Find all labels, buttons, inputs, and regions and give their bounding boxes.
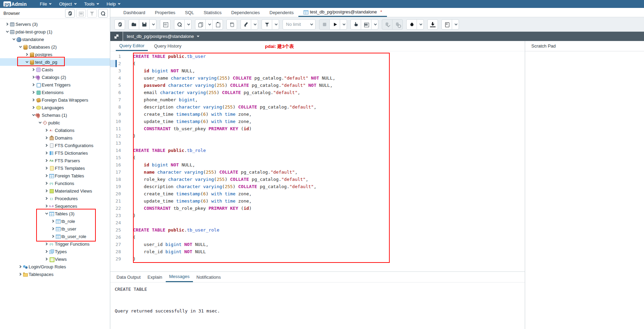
tree-item-tables-3[interactable]: Tables (3) — [0, 210, 110, 217]
tab-data-output[interactable]: Data Output — [113, 272, 144, 282]
tree-item-public[interactable]: public — [0, 119, 110, 126]
tree-item-trigger-functions[interactable]: (≡)Trigger Functions — [0, 240, 110, 248]
tree-item-collations[interactable]: A↓Collations — [0, 126, 110, 134]
menu-help[interactable]: Help — [102, 0, 124, 8]
edit-button[interactable] — [241, 19, 251, 30]
copy-button[interactable] — [195, 19, 206, 30]
expander-icon[interactable] — [30, 105, 36, 110]
tree-item-servers-3[interactable]: Servers (3) — [0, 20, 110, 28]
tree-item-views[interactable]: Views — [0, 255, 110, 263]
tree-item-catalogs-2[interactable]: Catalogs (2) — [0, 73, 110, 81]
delete-button[interactable] — [226, 19, 237, 30]
connection-selector[interactable]: test_db_pg/postgres@standalone — [123, 34, 198, 39]
tab-explain[interactable]: Explain — [144, 272, 166, 282]
tree-item-materialized-views[interactable]: Materialized Views — [0, 187, 110, 195]
tab-notifications[interactable]: Notifications — [193, 272, 224, 282]
expander-icon[interactable] — [50, 226, 55, 232]
fetch-grid-button[interactable] — [361, 19, 371, 30]
tree-item-tb-user[interactable]: tb_user — [0, 225, 110, 233]
paste-button[interactable] — [212, 19, 223, 30]
filter-button[interactable] — [262, 19, 272, 30]
tree-item-casts[interactable]: Casts — [0, 66, 110, 73]
expander-icon[interactable] — [43, 211, 49, 216]
expander-icon[interactable] — [30, 112, 36, 118]
expander-icon[interactable] — [30, 90, 36, 95]
expander-icon[interactable] — [43, 158, 49, 163]
caret-down-button[interactable] — [251, 19, 258, 30]
expander-icon[interactable] — [43, 241, 49, 247]
tree-item-sequences[interactable]: 1..3Sequences — [0, 202, 110, 210]
tree-item-procedures[interactable]: ( )Procedures — [0, 195, 110, 202]
fetch-hand-button[interactable] — [350, 19, 361, 30]
tree-item-event-triggers[interactable]: Event Triggers — [0, 81, 110, 89]
tree-item-tablespaces[interactable]: Tablespaces — [0, 270, 110, 278]
tree-item-test-db-pg[interactable]: test_db_pg — [0, 58, 110, 66]
expander-icon[interactable] — [43, 188, 49, 194]
save-button[interactable] — [139, 19, 150, 30]
tree-item-domains[interactable]: Domains — [0, 134, 110, 142]
tab-properties[interactable]: Properties — [150, 8, 180, 17]
caret-down-button[interactable] — [184, 19, 192, 30]
row-limit-select[interactable]: No limit — [283, 19, 316, 30]
expander-icon[interactable] — [43, 127, 49, 133]
caret-down-button[interactable] — [272, 19, 279, 30]
tree-item-login-group-roles[interactable]: Login/Group Roles — [0, 263, 110, 270]
download-button[interactable] — [427, 19, 438, 30]
expander-icon[interactable] — [43, 165, 49, 171]
expander-icon[interactable] — [50, 218, 55, 224]
tab-query-tool-test-db-pg-postgres-standalone[interactable]: test_db_pg/postgres@standalone* — [298, 8, 387, 17]
execute-button[interactable] — [329, 19, 340, 30]
expander-icon[interactable] — [50, 234, 55, 239]
folder-open-button[interactable] — [129, 19, 139, 30]
dependencies-grid-button[interactable] — [76, 9, 86, 18]
tab-dependencies[interactable]: Dependencies — [226, 8, 265, 17]
macros-button[interactable] — [441, 19, 452, 30]
expander-icon[interactable] — [43, 143, 49, 148]
expander-icon[interactable] — [30, 67, 36, 72]
query-tool-button[interactable] — [114, 19, 125, 30]
tree-item-postgres[interactable]: postgres — [0, 51, 110, 58]
tree-item-pdai-test-group-1[interactable]: pdai-test-group (1) — [0, 28, 110, 35]
search-objects-button[interactable] — [98, 9, 108, 18]
expander-icon[interactable] — [43, 173, 49, 178]
tree-item-types[interactable]: Types — [0, 248, 110, 255]
menu-object[interactable]: Object — [55, 0, 80, 8]
expander-icon[interactable] — [30, 74, 36, 80]
caret-down-button[interactable] — [452, 19, 459, 30]
sql-editor[interactable]: 1234567891011121314151617181920212223242… — [110, 51, 525, 271]
expander-icon[interactable] — [30, 82, 36, 88]
expander-icon[interactable] — [43, 256, 49, 262]
tab-statistics[interactable]: Statistics — [199, 8, 226, 17]
filter-grid-button[interactable] — [87, 9, 97, 18]
tree-item-databases-2[interactable]: Databases (2) — [0, 43, 110, 51]
tree-item-schemas-1[interactable]: Schemas (1) — [0, 111, 110, 119]
expander-icon[interactable] — [24, 59, 29, 65]
caret-down-button[interactable] — [149, 19, 156, 30]
tree-item-fts-configurations[interactable]: FTS Configurations — [0, 142, 110, 149]
expander-icon[interactable] — [30, 97, 36, 103]
tree-item-functions[interactable]: (≡)Functions — [0, 179, 110, 187]
tree-item-languages[interactable]: Languages — [0, 104, 110, 111]
menu-tools[interactable]: Tools — [80, 0, 102, 8]
tab-query-editor[interactable]: Query Editor — [116, 41, 148, 51]
caret-down-button[interactable] — [205, 19, 213, 30]
menu-file[interactable]: File — [35, 0, 55, 8]
tree-item-tb-user-role[interactable]: tb_user_role — [0, 233, 110, 240]
expander-icon[interactable] — [17, 44, 23, 50]
sql-code[interactable]: CREATE TABLE public.tb_user( id bigint N… — [124, 51, 525, 271]
tree-item-foreign-data-wrappers[interactable]: Foreign Data Wrappers — [0, 96, 110, 104]
expander-icon[interactable] — [43, 181, 49, 186]
tree-item-fts-dictionaries[interactable]: FTS Dictionaries — [0, 149, 110, 157]
tree-item-fts-templates[interactable]: FTS Templates — [0, 164, 110, 172]
tab-dependents[interactable]: Dependents — [265, 8, 298, 17]
expander-icon[interactable] — [4, 21, 10, 27]
tab-messages[interactable]: Messages — [166, 272, 193, 282]
tab-query-history[interactable]: Query History — [151, 41, 185, 51]
expander-icon[interactable] — [4, 29, 10, 34]
expander-icon[interactable] — [24, 52, 29, 57]
search-button[interactable] — [174, 19, 185, 30]
expander-icon[interactable] — [17, 264, 23, 269]
tree-item-foreign-tables[interactable]: Foreign Tables — [0, 172, 110, 179]
tree-item-fts-parsers[interactable]: AaFTS Parsers — [0, 157, 110, 164]
caret-down-button[interactable] — [417, 19, 424, 30]
